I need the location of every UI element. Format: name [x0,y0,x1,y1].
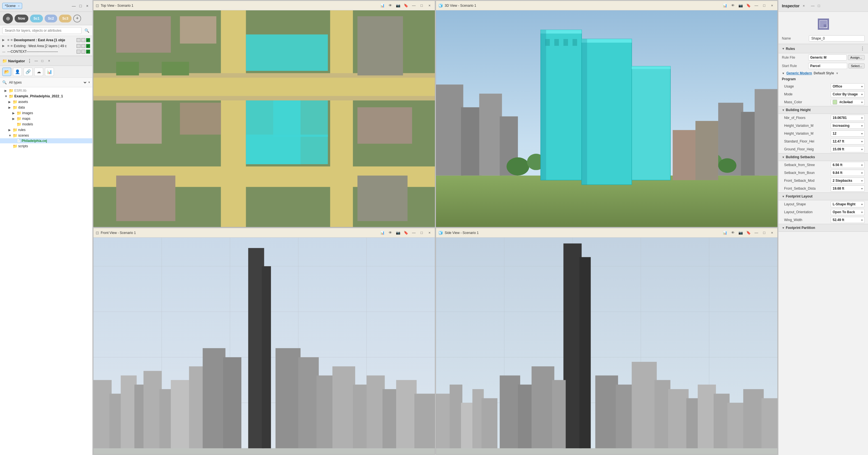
side-view-minimize-btn[interactable]: — [753,230,760,236]
layer-cb1[interactable] [76,38,81,42]
height-var-m-value-box[interactable]: Increasing ▾ [831,123,865,129]
inspector-minimize-btn[interactable]: — [810,3,815,8]
ftree-maps[interactable]: ▶ 📁 maps [0,116,92,121]
mode-value-box[interactable]: Color By Usage ▾ [831,91,865,97]
layer-cb3[interactable]: ✓ [86,38,90,42]
nav-tool-cloud-btn[interactable]: ☁ [34,68,43,76]
3d-view-stats-btn[interactable]: 📊 [722,2,728,9]
front-view-bookmark-btn[interactable]: 🔖 [403,230,409,236]
sc3-button[interactable]: Sc3 [59,14,71,23]
rules-section-dots[interactable]: ⋮ [860,46,865,51]
rule-file-value-box[interactable]: Generic M [808,54,847,61]
generic-modern-label[interactable]: Generic Modern [786,71,812,75]
ftree-scripts[interactable]: 📁 scripts [0,143,92,149]
layer-cb4[interactable] [76,44,81,48]
top-view-content[interactable] [93,10,435,227]
sc2-button[interactable]: Sc2 [44,14,57,23]
height-var-m2-value-box[interactable]: 12 ▾ [831,130,865,136]
front-view-maximize-btn[interactable]: □ [418,230,425,236]
layer-cb8[interactable] [81,50,85,54]
default-style-arrow[interactable]: ▾ [836,71,838,75]
front-view-content[interactable] [93,238,435,454]
building-setbacks-section[interactable]: ▼ Building Setbacks [778,153,868,161]
ftree-scenes[interactable]: ▼ 📁 scenes [0,133,92,138]
layer-cb9[interactable]: ✓ [86,50,90,54]
wing-width-value-box[interactable]: 52.49 ft ▾ [831,217,865,223]
shape-name-value-box[interactable]: Shape_0 [809,35,865,41]
side-view-camera-btn[interactable]: 📷 [738,230,744,236]
scene-close-btn[interactable]: × [85,3,90,9]
ftree-assets[interactable]: ▶ 📁 assets [0,99,92,104]
top-view-camera-btn[interactable]: 📷 [395,2,401,9]
layer-item-context[interactable]: — ---CONTEXT----------------------------… [0,49,92,54]
rule-file-assign-btn[interactable]: Assign... [848,55,865,60]
inspector-close-btn[interactable]: × [801,3,806,8]
sc1-button[interactable]: Sc1 [30,14,43,23]
search-button[interactable]: 🔍 [83,27,90,34]
3d-view-minimize-btn[interactable]: — [753,2,760,9]
mass-color-swatch[interactable] [833,100,837,104]
front-setback-dist-value-box[interactable]: 19.68 ft ▾ [831,185,865,191]
ftree-philadelphia-cej[interactable]: 📄 Philadelphia.cej [0,138,92,143]
scene-tab[interactable]: *Scene × [2,3,22,9]
start-rule-value-box[interactable]: Parcel [808,63,847,69]
ftree-example-philly[interactable]: ▼ 📁 Example_Philadelphia_2022_1 [0,93,92,99]
layout-orient-value-box[interactable]: Open To Back ▾ [831,209,865,215]
top-view-eye-btn[interactable]: 👁 [387,2,393,9]
3d-view-close-btn[interactable]: × [769,2,775,9]
usage-value-box[interactable]: Office ▾ [831,83,865,90]
scene-tab-close[interactable]: × [18,4,20,7]
layer-item-development[interactable]: ▶ ≡ ≡ Development : East Area [1 obje ✓ [0,37,92,43]
3d-view-maximize-btn[interactable]: □ [761,2,767,9]
ftree-models[interactable]: 📁 models [0,121,92,127]
ftree-esrilib[interactable]: ▶ 📁 ESRI.lib [0,88,92,93]
navigator-close-btn[interactable]: × [46,58,52,64]
globe-button[interactable]: ⊕ [3,13,13,24]
side-view-close-btn[interactable]: × [769,230,775,236]
front-view-stats-btn[interactable]: 📊 [379,230,385,236]
top-view-close-btn[interactable]: × [427,2,433,9]
ftree-images[interactable]: ▶ 📁 images [0,110,92,116]
3d-view-bookmark-btn[interactable]: 🔖 [745,2,751,9]
generic-modern-subsection[interactable]: ▼ Generic Modern Default Style ▾ [778,70,868,76]
top-view-stats-btn[interactable]: 📊 [379,2,385,9]
search-input[interactable] [2,27,82,34]
side-view-eye-btn[interactable]: 👁 [730,230,736,236]
nbr-floors-value-box[interactable]: 19.06781 ▾ [831,115,865,121]
ground-floor-value-box[interactable]: 15.09 ft ▾ [831,146,865,152]
3d-view-camera-btn[interactable]: 📷 [738,2,744,9]
layer-cb6[interactable]: ✓ [86,44,90,48]
std-floor-value-box[interactable]: 12.47 ft ▾ [831,138,865,145]
layer-cb7[interactable] [76,50,81,54]
now-button[interactable]: Now [14,14,28,23]
layout-shape-value-box[interactable]: L-Shape Right ▾ [831,201,865,207]
front-view-minimize-btn[interactable]: — [411,230,417,236]
layer-cb5[interactable] [81,44,85,48]
front-setback-mod-value-box[interactable]: 2 Stepbacks ▾ [831,178,865,184]
front-view-close-btn[interactable]: × [427,230,433,236]
top-view-maximize-btn[interactable]: □ [418,2,425,9]
3d-view-content[interactable] [436,10,777,227]
navigator-menu-dots[interactable]: ⋮ [27,58,32,64]
nav-tool-folder-btn[interactable]: 📂 [2,68,11,76]
setback-boun-value-box[interactable]: 9.84 ft ▾ [831,170,865,176]
building-height-section[interactable]: ▼ Building Height [778,106,868,114]
inspector-maximize-btn[interactable]: □ [816,3,822,8]
layer-cb2[interactable] [81,38,85,42]
scene-minimize-btn[interactable]: — [71,3,76,9]
side-view-content[interactable] [436,238,777,454]
ftree-rules[interactable]: ▶ 📁 rules [0,127,92,133]
navigator-minimize-btn[interactable]: — [33,58,39,64]
side-view-maximize-btn[interactable]: □ [761,230,767,236]
top-view-bookmark-btn[interactable]: 🔖 [403,2,409,9]
navigator-maximize-btn[interactable]: □ [39,58,45,64]
nav-tool-network-btn[interactable]: 🔗 [24,68,33,76]
side-view-stats-btn[interactable]: 📊 [722,230,728,236]
add-scenario-button[interactable]: + [73,14,81,23]
ftree-data[interactable]: ▶ 📁 data [0,104,92,110]
footprint-partition-section[interactable]: ▼ Footprint Partition [778,224,868,232]
nav-tool-user-btn[interactable]: 👤 [13,68,22,76]
front-view-camera-btn[interactable]: 📷 [395,230,401,236]
side-view-bookmark-btn[interactable]: 🔖 [745,230,751,236]
front-view-eye-btn[interactable]: 👁 [387,230,393,236]
